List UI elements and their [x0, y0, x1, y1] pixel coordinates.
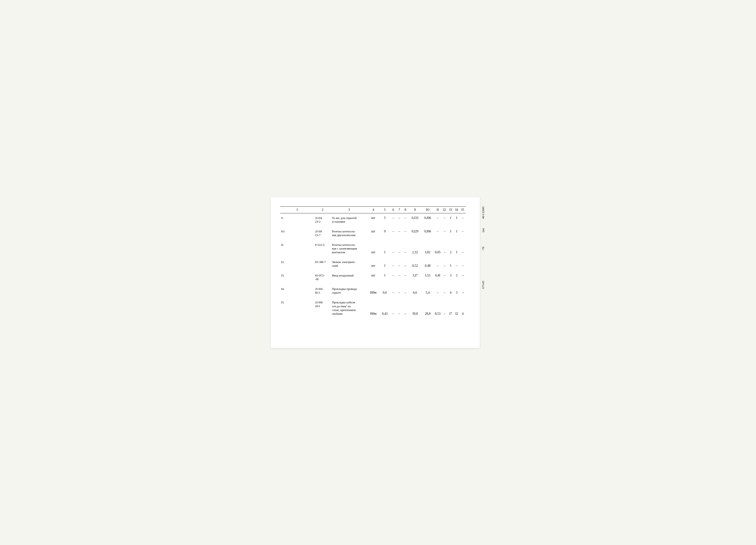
row9-col7: – [396, 213, 402, 225]
spacer-row [280, 295, 466, 300]
row10-col10: 0,I06 [422, 229, 434, 238]
row12-col5: I [379, 259, 390, 269]
row12-col6: – [390, 259, 396, 269]
row14-col10: 5,4 [422, 286, 434, 295]
row13-col9: 3,I7 [408, 273, 421, 282]
row15-col13: I7 [448, 300, 454, 317]
row10-col13: I [448, 229, 454, 238]
header-col-3: 3 [331, 207, 367, 213]
row14-desc: Прокладка провода скрыто [331, 286, 367, 295]
header-col-9: 9 [408, 207, 421, 213]
spacer-row [280, 238, 466, 242]
header-col-2: 2 [314, 207, 331, 213]
row12-col15: – [460, 259, 466, 269]
row10-num: IO. [280, 229, 314, 238]
row10-col12: – [442, 229, 448, 238]
header-col-5: 5 [379, 207, 390, 213]
row15-col10: 28,8 [422, 300, 434, 317]
row9-col12: – [442, 213, 448, 225]
right-margin-labels: 4II-I-I2685 (ш) -78- 673-83 [482, 197, 485, 348]
right-label-4: 673-83 [482, 281, 485, 289]
row12-col11: – [434, 259, 442, 269]
row12-col9: 0,52 [408, 259, 421, 269]
header-col-6: 6 [390, 207, 396, 213]
row12-unit: шт [367, 259, 379, 269]
header-col-10: IO [422, 207, 434, 213]
table-row: I5. 2I-I08 20-I Прокладка кабеля сеч.до … [280, 300, 466, 317]
table-row: I4. 2I-I04 I8-2 Прокладка провода скрыто… [280, 286, 466, 295]
row13-desc: Ввод воздушный [331, 273, 367, 282]
table-row: II. 8-522-5 Розетка штепсель- ная с зазе… [280, 242, 466, 255]
row12-code: IO-38I-7 [314, 259, 331, 269]
row15-desc: Прокладка кабеля сеч.до 6мм2 по стене, к… [331, 300, 367, 317]
row11-col8: – [402, 242, 408, 255]
header-col-8: 8 [402, 207, 408, 213]
header-col-13: I3 [448, 207, 454, 213]
row11-col12: – [442, 242, 448, 255]
row10-code: 2I-II9 23-7 [314, 229, 331, 238]
header-col-12: I2 [442, 207, 448, 213]
row15-code: 2I-I08 20-I [314, 300, 331, 317]
row15-num: I5. [280, 300, 314, 317]
row12-col7: – [396, 259, 402, 269]
row14-col9: 6,6 [408, 286, 421, 295]
row10-col5: 9 [379, 229, 390, 238]
row13-code: IO-972- -I8 [314, 273, 331, 282]
row12-col8: – [402, 259, 408, 269]
row14-col13: 4 [448, 286, 454, 295]
main-table: I 2 3 4 5 6 7 8 9 IO II I2 I3 I4 I5 [280, 206, 466, 317]
row12-col13: I [448, 259, 454, 269]
row11-desc: Розетка штепсель- ная с заземляющим конт… [331, 242, 367, 255]
row11-col9: 2,32 [408, 242, 421, 255]
row15-col5: 0,43 [379, 300, 390, 317]
row9-col9: 0,I33 [408, 213, 421, 225]
row10-col9: 0,I29 [408, 229, 421, 238]
row14-col14: 3 [454, 286, 460, 295]
header-col-11: II [434, 207, 442, 213]
row13-col10: I,53 [422, 273, 434, 282]
header-col-7: 7 [396, 207, 402, 213]
row13-unit: шт [367, 273, 379, 282]
row14-unit: I00м [367, 286, 379, 295]
row10-col11: – [434, 229, 442, 238]
table-row: 9. 2I-II4 23-2 То же, для скрытой устано… [280, 213, 466, 225]
table-row: IO. 2I-II9 23-7 Розетка штепсель- ная дв… [280, 229, 466, 238]
row11-col10: I,02 [422, 242, 434, 255]
header-col-14: I4 [454, 207, 460, 213]
row14-col15: → [460, 286, 466, 295]
right-label-1: 4II-I-I2685 [482, 206, 485, 219]
row15-col12: – [442, 300, 448, 317]
row13-col15: → [460, 273, 466, 282]
row15-col8: – [402, 300, 408, 317]
row14-col12: – [442, 286, 448, 295]
row11-col13: 2 [448, 242, 454, 255]
row10-unit: шт [367, 229, 379, 238]
row9-col11: – [434, 213, 442, 225]
row11-unit: шт [367, 242, 379, 255]
right-label-3: -78- [482, 246, 485, 251]
row11-col7: – [396, 242, 402, 255]
row15-col11: 8,53 [434, 300, 442, 317]
row10-col14: I [454, 229, 460, 238]
row14-code: 2I-I04 I8-2 [314, 286, 331, 295]
row12-col14: – [454, 259, 460, 269]
spacer-row [280, 282, 466, 286]
table-row: I2. IO-38I-7 Звонок электриче- ский шт I… [280, 259, 466, 269]
row14-col5: 0,6 [379, 286, 390, 295]
row14-col7: – [396, 286, 402, 295]
row12-desc: Звонок электриче- ский [331, 259, 367, 269]
row14-num: I4. [280, 286, 314, 295]
row9-num: 9. [280, 213, 314, 225]
row9-col10: 0,I06 [422, 213, 434, 225]
spacer-row [280, 224, 466, 229]
row11-col11: 0,05 [434, 242, 442, 255]
row9-col8: – [402, 213, 408, 225]
row13-col6: – [390, 273, 396, 282]
row11-col14: I [454, 242, 460, 255]
row13-col5: I [379, 273, 390, 282]
row9-col6: – [390, 213, 396, 225]
row13-col11: 0,4I [434, 273, 442, 282]
right-label-2: (ш) [482, 228, 485, 232]
spacer-row [280, 255, 466, 259]
row15-col9: 39,8 [408, 300, 421, 317]
